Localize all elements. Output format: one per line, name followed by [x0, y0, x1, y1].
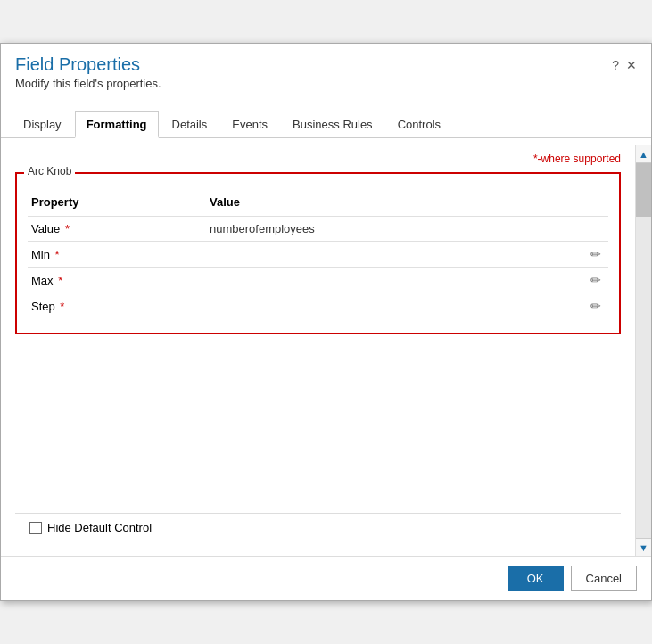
property-value-max: ✏ — [206, 268, 608, 293]
close-icon[interactable]: ✕ — [626, 58, 637, 72]
required-star: * — [55, 274, 63, 287]
edit-icon-min[interactable]: ✏ — [590, 247, 601, 261]
scroll-thumb[interactable] — [636, 163, 651, 217]
col-header-value: Value — [206, 192, 608, 217]
cancel-button[interactable]: Cancel — [571, 566, 637, 591]
required-star: * — [57, 300, 65, 313]
table-row: Max * ✏ — [28, 268, 608, 293]
property-name-step: Step * — [28, 293, 206, 319]
tab-business-rules[interactable]: Business Rules — [281, 111, 384, 137]
property-value-min: ✏ — [206, 242, 608, 268]
dialog-body: *-where supported Arc Knob Property Valu… — [1, 138, 651, 556]
dialog-title: Field Properties — [15, 54, 161, 75]
arc-knob-legend: Arc Knob — [24, 165, 75, 178]
property-name-value: Value * — [28, 217, 206, 242]
property-name-min: Min * — [28, 242, 206, 268]
required-star: * — [52, 248, 60, 261]
required-star: * — [62, 222, 70, 235]
scrollbar: ▲ ▼ — [635, 145, 651, 556]
scroll-track[interactable] — [636, 163, 651, 556]
dialog-header-icons: ? ✕ — [612, 58, 637, 72]
arc-knob-section: Arc Knob Property Value Value * — [15, 172, 621, 334]
tab-formatting[interactable]: Formatting — [75, 111, 159, 138]
hide-default-area: Hide Default Control — [15, 513, 621, 541]
hide-default-label: Hide Default Control — [47, 521, 152, 534]
ok-button[interactable]: OK — [508, 566, 564, 591]
dialog-header: Field Properties Modify this field's pro… — [1, 44, 651, 97]
hide-default-checkbox[interactable] — [29, 522, 42, 534]
header-left: Field Properties Modify this field's pro… — [15, 54, 161, 90]
edit-icon-step[interactable]: ✏ — [590, 299, 601, 313]
tabs-bar: Display Formatting Details Events Busine… — [1, 111, 651, 138]
supported-note: *-where supported — [15, 149, 621, 169]
dialog-footer: OK Cancel — [1, 556, 651, 600]
chevron-up-icon: ▲ — [639, 149, 648, 160]
property-value-value: numberofemployees — [206, 217, 608, 242]
scrollable-content: *-where supported Arc Knob Property Valu… — [1, 145, 635, 556]
property-table: Property Value Value * numberofemployees — [28, 192, 608, 318]
edit-icon-max[interactable]: ✏ — [590, 273, 601, 287]
scroll-up-button[interactable]: ▲ — [636, 145, 651, 163]
col-header-property: Property — [28, 192, 206, 217]
dialog-subtitle: Modify this field's properties. — [15, 77, 161, 90]
tab-details[interactable]: Details — [161, 111, 219, 137]
chevron-down-icon: ▼ — [639, 542, 648, 553]
help-icon[interactable]: ? — [612, 58, 619, 72]
property-value-step: ✏ — [206, 293, 608, 319]
tab-events[interactable]: Events — [220, 111, 279, 137]
tab-controls[interactable]: Controls — [386, 111, 452, 137]
property-name-max: Max * — [28, 268, 206, 293]
field-properties-dialog: Field Properties Modify this field's pro… — [0, 43, 652, 601]
scroll-down-button[interactable]: ▼ — [636, 538, 651, 556]
tab-display[interactable]: Display — [12, 111, 73, 137]
table-row: Min * ✏ — [28, 242, 608, 268]
table-row: Value * numberofemployees — [28, 217, 608, 242]
table-row: Step * ✏ — [28, 293, 608, 319]
content-area: *-where supported Arc Knob Property Valu… — [1, 145, 651, 556]
empty-area — [15, 334, 621, 513]
